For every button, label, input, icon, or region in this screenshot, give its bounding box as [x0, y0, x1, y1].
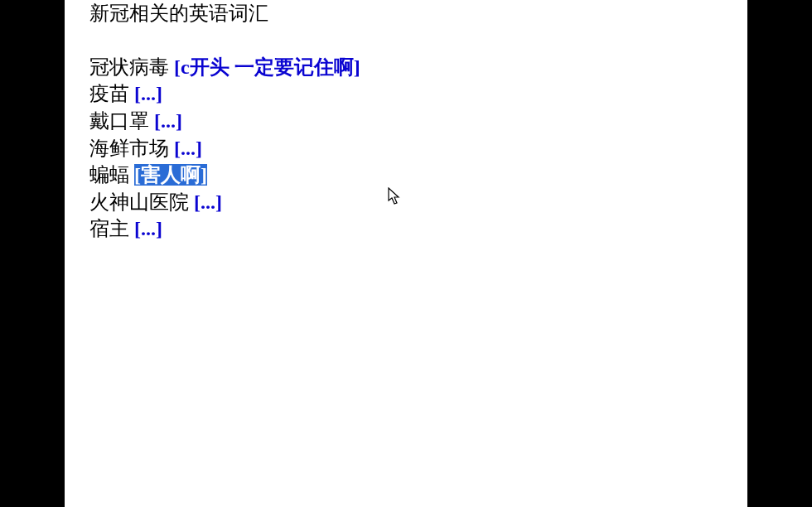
- vocab-item: 冠状病毒 [c开头 一定要记住啊]: [89, 54, 723, 81]
- vocab-term: 疫苗: [89, 83, 129, 104]
- document-page: 新冠相关的英语词汇 冠状病毒 [c开头 一定要记住啊] 疫苗 [...] 戴口罩…: [65, 0, 747, 507]
- vocab-term: 蝙蝠: [89, 164, 129, 186]
- vocab-hint[interactable]: [...]: [194, 191, 222, 213]
- vocab-item: 疫苗 [...]: [89, 80, 723, 108]
- vocab-term: 戴口罩: [89, 110, 149, 132]
- vocab-hint[interactable]: [c开头 一定要记住啊]: [174, 56, 360, 78]
- vocab-item: 戴口罩 [...]: [89, 108, 723, 135]
- vocab-term: 火神山医院: [89, 191, 189, 213]
- page-title: 新冠相关的英语词汇: [89, 0, 723, 27]
- document-content[interactable]: 新冠相关的英语词汇 冠状病毒 [c开头 一定要记住啊] 疫苗 [...] 戴口罩…: [65, 0, 747, 243]
- vocab-item: 火神山医院 [...]: [89, 189, 723, 216]
- vocab-hint[interactable]: [...]: [154, 110, 182, 132]
- vocab-hint[interactable]: [...]: [174, 138, 202, 159]
- vocab-item: 蝙蝠 [害人啊]: [89, 162, 723, 189]
- vocab-term: 海鲜市场: [89, 138, 169, 159]
- vocab-item: 宿主 [...]: [89, 215, 723, 243]
- vocab-hint-selected[interactable]: [害人啊]: [134, 164, 207, 186]
- vocab-term: 冠状病毒: [89, 56, 169, 78]
- vocab-term: 宿主: [89, 218, 129, 239]
- vocab-hint[interactable]: [...]: [134, 218, 162, 239]
- vocab-item: 海鲜市场 [...]: [89, 135, 723, 162]
- vocab-hint[interactable]: [...]: [134, 83, 162, 104]
